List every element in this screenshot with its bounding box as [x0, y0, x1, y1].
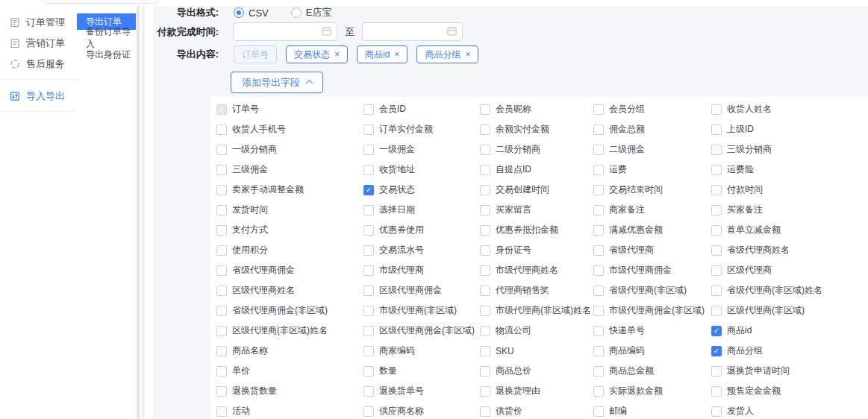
checkbox-unchecked-icon[interactable]	[711, 165, 722, 175]
checkbox-unchecked-icon[interactable]	[480, 286, 490, 296]
field-checkbox-item[interactable]: 市级代理商	[363, 260, 480, 280]
checkbox-unchecked-icon[interactable]	[480, 165, 490, 175]
field-checkbox-item[interactable]: 发货时间	[216, 200, 363, 220]
checkbox-checked-icon[interactable]: ✓	[711, 326, 722, 336]
field-checkbox-item[interactable]: 商品总价	[480, 361, 593, 381]
field-checkbox-item[interactable]: 会员ID	[363, 99, 480, 119]
field-checkbox-item[interactable]: ✓商品id	[711, 321, 868, 341]
checkbox-unchecked-icon[interactable]	[480, 406, 490, 417]
format-option-CSV[interactable]: CSV	[234, 7, 269, 19]
field-checkbox-item[interactable]: 供应商名称	[363, 401, 480, 419]
checkbox-unchecked-icon[interactable]	[363, 386, 374, 397]
field-checkbox-item[interactable]: 省级代理商(非区域)姓名	[711, 280, 868, 300]
field-checkbox-item[interactable]: 实际退款金额	[593, 381, 711, 401]
field-checkbox-item[interactable]: 供货价	[480, 401, 593, 419]
field-checkbox-item[interactable]: 佣金总额	[593, 119, 711, 139]
checkbox-unchecked-icon[interactable]	[363, 265, 374, 276]
field-checkbox-item[interactable]: 买家留言	[480, 200, 593, 220]
field-checkbox-item[interactable]: 收货人姓名	[711, 99, 868, 119]
end-date-input[interactable]	[362, 22, 463, 41]
checkbox-unchecked-icon[interactable]	[363, 165, 374, 175]
field-checkbox-item[interactable]: 一级佣金	[363, 139, 480, 160]
checkbox-checked-icon[interactable]: ✓	[363, 185, 374, 195]
field-checkbox-item[interactable]: 省级代理商佣金(非区域)	[216, 300, 363, 321]
field-checkbox-item[interactable]: 三级分销商	[711, 139, 868, 160]
field-checkbox-item[interactable]: 省级代理商	[593, 240, 711, 260]
checkbox-unchecked-icon[interactable]	[593, 225, 604, 236]
checkbox-unchecked-icon[interactable]	[216, 165, 227, 175]
checkbox-unchecked-icon[interactable]	[480, 346, 490, 356]
field-checkbox-item[interactable]: 选择日期	[363, 200, 480, 220]
start-date-input[interactable]	[233, 22, 337, 41]
field-checkbox-item[interactable]: 退换货申请时间	[711, 361, 868, 381]
field-checkbox-item[interactable]: 市级代理商(非区域)	[363, 300, 480, 321]
field-checkbox-item[interactable]: 省级代理商姓名	[711, 240, 868, 260]
field-checkbox-item[interactable]: 区级代理商佣金	[363, 280, 480, 300]
field-checkbox-item[interactable]: 满减优惠金额	[593, 220, 711, 240]
checkbox-unchecked-icon[interactable]	[480, 104, 490, 115]
checkbox-unchecked-icon[interactable]	[363, 366, 374, 377]
checkbox-unchecked-icon[interactable]	[363, 205, 374, 215]
checkbox-unchecked-icon[interactable]	[711, 185, 722, 195]
field-checkbox-item[interactable]: 优惠券使用	[363, 220, 480, 240]
checkbox-checked-icon[interactable]: ✓	[711, 346, 722, 356]
field-checkbox-item[interactable]: 二级分销商	[480, 139, 593, 160]
checkbox-unchecked-icon[interactable]	[711, 306, 722, 316]
field-checkbox-item[interactable]: 首单立减金额	[711, 220, 868, 240]
field-checkbox-item[interactable]: 买家备注	[711, 200, 868, 220]
field-checkbox-item[interactable]: 余额实付金额	[480, 119, 593, 139]
sidebar-item-营销订单[interactable]: 营销订单	[0, 33, 77, 54]
field-checkbox-item[interactable]: 市级代理商佣金(非区域)	[593, 300, 711, 321]
checkbox-unchecked-icon[interactable]	[711, 265, 722, 276]
field-checkbox-item[interactable]: 省级代理商(非区域)	[593, 280, 711, 300]
checkbox-unchecked-icon[interactable]	[216, 145, 227, 155]
checkbox-unchecked-icon[interactable]	[711, 386, 722, 397]
checkbox-unchecked-icon[interactable]	[363, 104, 374, 115]
sidebar-item-订单管理[interactable]: 订单管理	[0, 12, 77, 33]
field-checkbox-item[interactable]: 商家备注	[593, 200, 711, 220]
sidebar-item-导入导出[interactable]: 导入导出	[0, 86, 77, 107]
field-checkbox-item[interactable]: 物流公司	[480, 321, 593, 341]
checkbox-unchecked-icon[interactable]	[480, 306, 490, 316]
checkbox-unchecked-icon[interactable]	[480, 145, 490, 155]
checkbox-unchecked-icon[interactable]	[711, 125, 722, 135]
field-checkbox-item[interactable]: 交易流水号	[363, 240, 480, 260]
field-tag-商品id[interactable]: 商品id×	[357, 45, 408, 63]
checkbox-unchecked-icon[interactable]	[480, 125, 490, 135]
checkbox-unchecked-icon[interactable]	[711, 366, 722, 377]
field-checkbox-item[interactable]: 交易结束时间	[593, 180, 711, 200]
field-checkbox-item[interactable]: 邮编	[593, 401, 711, 419]
checkbox-unchecked-icon[interactable]	[216, 225, 227, 236]
field-checkbox-item[interactable]: 订单实付金额	[363, 119, 480, 139]
submenu-item-导出身份证[interactable]: 导出身份证	[77, 46, 136, 63]
checkbox-unchecked-icon[interactable]	[363, 306, 374, 316]
field-checkbox-item[interactable]: 运费险	[711, 160, 868, 180]
field-checkbox-item[interactable]: ✓交易状态	[363, 180, 480, 200]
field-tag-交易状态[interactable]: 交易状态×	[286, 45, 348, 63]
checkbox-unchecked-icon[interactable]	[216, 286, 227, 296]
field-checkbox-item[interactable]: 一级分销商	[216, 139, 363, 160]
format-option-E店宝[interactable]: E店宝	[291, 6, 332, 19]
checkbox-unchecked-icon[interactable]	[711, 104, 722, 115]
checkbox-unchecked-icon[interactable]	[593, 326, 604, 336]
field-checkbox-item[interactable]: 交易创建时间	[480, 180, 593, 200]
field-tag-商品分组[interactable]: 商品分组×	[416, 45, 478, 63]
checkbox-unchecked-icon[interactable]	[593, 286, 604, 296]
checkbox-unchecked-icon[interactable]	[593, 245, 604, 256]
field-checkbox-item[interactable]: 代理商销售奖	[480, 280, 593, 300]
field-checkbox-item[interactable]: 区级代理商(非区域)姓名	[216, 321, 363, 341]
checkbox-unchecked-icon[interactable]	[216, 366, 227, 377]
checkbox-unchecked-icon[interactable]	[593, 145, 604, 155]
checkbox-unchecked-icon[interactable]	[593, 346, 604, 356]
checkbox-unchecked-icon[interactable]	[363, 145, 374, 155]
checkbox-unchecked-icon[interactable]	[711, 406, 722, 417]
checkbox-unchecked-icon[interactable]	[480, 386, 490, 397]
checkbox-unchecked-icon[interactable]	[216, 125, 227, 135]
checkbox-unchecked-icon[interactable]	[593, 406, 604, 417]
checkbox-unchecked-icon[interactable]	[216, 185, 227, 195]
checkbox-unchecked-icon[interactable]	[480, 265, 490, 276]
checkbox-unchecked-icon[interactable]	[711, 145, 722, 155]
field-checkbox-item[interactable]: 退换货理由	[480, 381, 593, 401]
field-checkbox-item[interactable]: 发货人	[711, 401, 868, 419]
content-scrollbar[interactable]	[142, 6, 145, 419]
